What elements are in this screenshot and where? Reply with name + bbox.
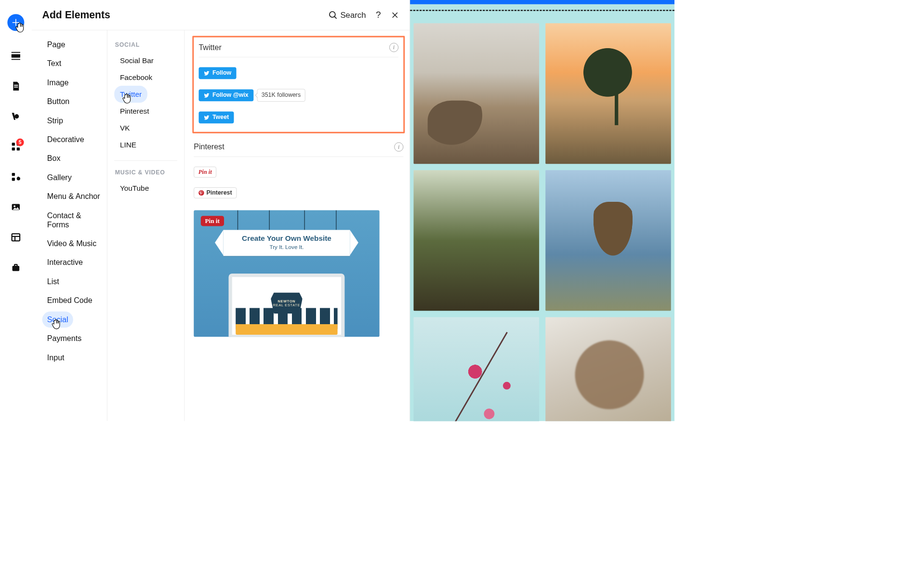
help-button[interactable]: ? [376, 10, 381, 21]
sub-vk[interactable]: VK [114, 119, 135, 136]
twitter-section: Twitter i Follow Follow @wix [192, 36, 405, 133]
cat-gallery[interactable]: Gallery [42, 170, 77, 186]
sub-pinterest[interactable]: Pinterest [114, 103, 155, 119]
add-elements-panel: Add Elements Search ? Page Text Image Bu… [32, 0, 410, 421]
twitter-tweet-widget[interactable]: Tweet [198, 111, 234, 123]
twitter-follow-widget[interactable]: Follow [198, 67, 236, 79]
business-icon[interactable] [11, 262, 21, 273]
svg-rect-13 [12, 234, 20, 241]
cat-strip[interactable]: Strip [42, 113, 68, 129]
pin-overlay: Pin it [201, 216, 224, 226]
twitter-follow-at-label: Follow @wix [212, 92, 249, 99]
cat-page[interactable]: Page [42, 37, 70, 53]
apps-badge: 5 [16, 139, 24, 146]
panel-title: Add Elements [42, 9, 318, 21]
section-icon[interactable] [11, 51, 21, 61]
apps-icon[interactable]: 5 [11, 141, 21, 152]
svg-rect-1 [12, 52, 20, 53]
twitter-follow-at-widget[interactable]: Follow @wix [198, 89, 253, 101]
cat-embed-code[interactable]: Embed Code [42, 292, 97, 309]
canvas-gallery [410, 23, 674, 421]
svg-rect-17 [14, 264, 17, 266]
panel-header: Add Elements Search ? [32, 0, 410, 30]
info-icon[interactable]: i [394, 143, 403, 152]
cat-image[interactable]: Image [42, 75, 74, 91]
svg-point-12 [13, 205, 15, 207]
close-button[interactable] [391, 11, 399, 19]
gallery-image[interactable] [413, 317, 539, 421]
svg-rect-0 [12, 54, 20, 57]
sub-twitter[interactable]: Twitter [114, 86, 147, 103]
app-settings-icon[interactable] [11, 171, 21, 182]
cat-social-label: Social [47, 315, 68, 324]
hero-monitor: NEWTON REAL ESTATE [229, 274, 345, 337]
cat-interactive[interactable]: Interactive [42, 255, 88, 271]
svg-rect-7 [12, 147, 15, 150]
cat-input[interactable]: Input [42, 350, 69, 366]
cat-payments[interactable]: Payments [42, 330, 87, 347]
left-icon-rail: 5 [0, 0, 32, 421]
sub-group-social: SOCIAL [114, 41, 184, 52]
cat-contact-forms[interactable]: Contact & Forms [42, 208, 107, 233]
hero-line1: Create Your Own Website [228, 234, 345, 243]
gallery-image[interactable] [545, 170, 671, 311]
pinterest-icon [198, 190, 204, 196]
theme-icon[interactable] [11, 111, 21, 122]
hero-flag: Create Your Own Website Try It. Love It. [224, 230, 350, 256]
gallery-image[interactable] [413, 170, 539, 311]
twitter-bird-icon [204, 92, 210, 98]
pinterest-section-title: Pinterest [194, 143, 394, 152]
plus-icon [7, 14, 24, 31]
gallery-image[interactable] [413, 23, 539, 164]
svg-rect-9 [12, 173, 15, 176]
subcategory-list: SOCIAL Social Bar Facebook Twitter Pinte… [107, 30, 185, 421]
svg-rect-8 [17, 147, 20, 150]
cat-box[interactable]: Box [42, 150, 66, 167]
sub-line[interactable]: LINE [114, 136, 142, 153]
twitter-follow-label: Follow [212, 70, 231, 77]
cat-text[interactable]: Text [42, 55, 66, 72]
search-button[interactable]: Search [328, 10, 366, 20]
sub-facebook[interactable]: Facebook [114, 69, 158, 86]
svg-point-18 [330, 12, 335, 17]
pinit-widget[interactable]: Pin it [194, 167, 216, 178]
gallery-image[interactable] [545, 317, 671, 421]
info-icon[interactable]: i [389, 43, 398, 52]
twitter-follower-count: 351K followers [257, 89, 305, 102]
pinterest-follow-widget[interactable]: Pinterest [194, 187, 237, 198]
editor-canvas[interactable] [410, 0, 674, 421]
pinterest-section: Pinterest i Pin it Pinterest [194, 140, 403, 340]
sub-social-bar[interactable]: Social Bar [114, 52, 159, 69]
element-preview-column: Twitter i Follow Follow @wix [185, 30, 409, 421]
twitter-bird-icon [204, 114, 210, 120]
sub-twitter-label: Twitter [120, 90, 142, 98]
svg-rect-3 [14, 85, 18, 86]
sub-youtube[interactable]: YouTube [114, 180, 155, 197]
layout-icon[interactable] [11, 232, 21, 243]
cat-decorative[interactable]: Decorative [42, 131, 89, 148]
media-icon[interactable] [11, 202, 21, 212]
pinterest-hero-widget[interactable]: Pin it Create Your Own Website Try It. L… [194, 210, 379, 337]
sub-divider [114, 160, 177, 161]
twitter-bird-icon [204, 70, 210, 76]
search-label: Search [340, 10, 366, 20]
svg-rect-2 [12, 59, 20, 60]
add-elements-button[interactable] [7, 14, 24, 31]
cat-list[interactable]: List [42, 274, 64, 290]
svg-line-19 [334, 16, 336, 18]
gallery-image[interactable] [545, 23, 671, 164]
sub-group-music-video: MUSIC & VIDEO [114, 169, 184, 180]
cat-button[interactable]: Button [42, 93, 75, 110]
pinterest-btn-label: Pinterest [207, 189, 232, 197]
canvas-top-bar [410, 0, 674, 4]
canvas-guide-line [410, 10, 674, 11]
cat-menu-anchor[interactable]: Menu & Anchor [42, 188, 105, 205]
twitter-section-title: Twitter [198, 43, 389, 52]
cat-social[interactable]: Social [42, 312, 73, 328]
page-icon[interactable] [11, 81, 21, 92]
svg-rect-4 [14, 87, 18, 88]
cat-video-music[interactable]: Video & Music [42, 236, 102, 252]
pinit-label: Pin it [198, 169, 212, 176]
hero-line2: Try It. Love It. [228, 244, 345, 250]
svg-rect-5 [12, 143, 15, 145]
